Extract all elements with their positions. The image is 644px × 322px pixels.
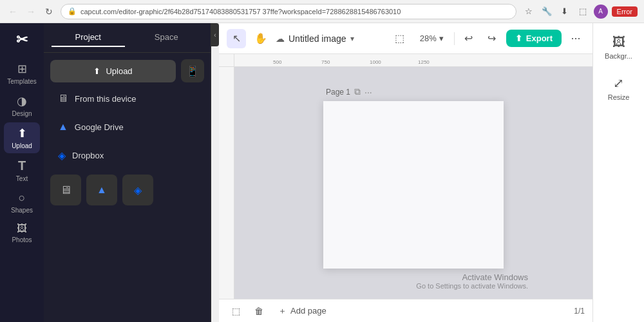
document-title: Untitled image — [289, 33, 346, 44]
page-label: Page 1 — [326, 88, 350, 97]
frame-tool-button[interactable]: ⬚ — [390, 29, 410, 48]
sidebar-label-templates: Templates — [7, 78, 37, 85]
right-panel-background[interactable]: 🖼 Backgr... — [597, 30, 641, 65]
resize-label: Resize — [608, 93, 630, 101]
upload-main-button[interactable]: ⬆ Upload — [50, 60, 176, 82]
sidebar-item-text[interactable]: T Text — [4, 155, 40, 186]
download-button[interactable]: ⬇ — [558, 5, 572, 19]
footer-delete-button[interactable]: 🗑 — [250, 302, 268, 320]
tab-project[interactable]: Project — [52, 28, 125, 47]
background-icon: 🖼 — [612, 35, 625, 50]
page-menu-icon[interactable]: ··· — [365, 87, 372, 97]
zoom-button[interactable]: 28% ▾ — [415, 31, 449, 46]
source-item-gdrive[interactable]: ▲ Google Drive — [50, 115, 204, 139]
zoom-level-text: 28% — [420, 33, 437, 43]
collapse-chevron-icon: ‹ — [214, 32, 216, 39]
redo-icon: ↪ — [488, 32, 496, 44]
panel-header: Project Space — [44, 23, 211, 53]
reload-button[interactable]: ↻ — [43, 5, 55, 18]
sidebar-label-design: Design — [12, 110, 32, 117]
cursor-icon: ↖ — [232, 32, 241, 44]
add-page-label: Add page — [290, 306, 327, 316]
ruler-mark-1250: 1250 — [418, 59, 430, 65]
shortcut-dropbox-icon: ◈ — [134, 184, 142, 196]
zoom-chevron-icon: ▾ — [439, 33, 444, 43]
gdrive-icon: ▲ — [58, 121, 68, 133]
tab-button[interactable]: ⬚ — [576, 5, 590, 19]
cursor-tool-button[interactable]: ↖ — [227, 29, 246, 48]
sidebar-item-upload[interactable]: ⬆ Upload — [4, 122, 40, 153]
forward-button[interactable]: → — [24, 5, 37, 18]
ruler-mark-750: 750 — [321, 59, 330, 65]
more-options-button[interactable]: ··· — [567, 30, 585, 48]
browser-actions: ☆ 🔧 ⬇ ⬚ A Error — [522, 5, 638, 19]
shortcut-gdrive-button[interactable]: ▲ — [86, 175, 117, 205]
upload-shortcut-row: 🖥 ▲ ◈ — [50, 175, 204, 205]
export-button[interactable]: ⬆ Export — [506, 30, 562, 47]
page-canvas[interactable] — [323, 101, 504, 269]
bookmark-button[interactable]: ☆ — [522, 5, 536, 19]
upload-btn-icon: ⬆ — [93, 66, 100, 76]
text-icon: T — [18, 158, 26, 173]
tab-space[interactable]: Space — [130, 28, 204, 47]
shortcut-device-button[interactable]: 🖥 — [50, 175, 81, 205]
collapse-handle[interactable]: ‹ — [211, 23, 219, 46]
ruler-top: 500 750 1000 1250 — [234, 54, 592, 67]
extension-button[interactable]: 🔧 — [540, 5, 554, 19]
logo-icon: ✂ — [16, 32, 28, 48]
title-chevron-icon[interactable]: ▾ — [350, 34, 354, 43]
device-icon: 🖥 — [58, 93, 68, 104]
footer-frame-button[interactable]: ⬚ — [227, 302, 245, 320]
page-copy-icon[interactable]: ⧉ — [354, 86, 361, 97]
right-panel-resize[interactable]: ⤢ Resize — [597, 70, 641, 106]
shortcut-dropbox-button[interactable]: ◈ — [122, 175, 153, 205]
mobile-icon: 📱 — [186, 65, 199, 77]
panel-body: ⬆ Upload 📱 🖥 From this device ▲ Google D… — [44, 53, 211, 322]
frame-icon: ⬚ — [395, 32, 404, 44]
ruler-mark-500: 500 — [273, 59, 281, 65]
sidebar-label-shapes: Shapes — [11, 207, 33, 214]
source-item-device[interactable]: 🖥 From this device — [50, 86, 204, 111]
upload-btn-row: ⬆ Upload 📱 — [50, 59, 204, 82]
sidebar-item-shapes[interactable]: ○ Shapes — [4, 187, 40, 218]
ruler-mark-1000: 1000 — [370, 59, 381, 65]
shortcut-gdrive-icon: ▲ — [97, 184, 107, 196]
undo-icon: ↩ — [464, 32, 473, 44]
undo-button[interactable]: ↩ — [460, 30, 478, 48]
shapes-icon: ○ — [19, 191, 26, 205]
main-toolbar: ↖ ✋ ☁ Untitled image ▾ ⬚ 28% ▾ ↩ — [219, 23, 592, 54]
ruler-left — [219, 67, 234, 322]
source-label-dropbox: Dropbox — [72, 151, 104, 160]
error-button[interactable]: Error — [612, 6, 638, 17]
canvas-footer: ⬚ 🗑 ＋ Add page 1/1 — [219, 299, 592, 322]
dropbox-icon: ◈ — [58, 149, 66, 162]
source-label-device: From this device — [75, 94, 136, 104]
url-lock-icon: 🔒 — [68, 7, 77, 15]
more-icon: ··· — [571, 32, 580, 45]
footer-frame-icon: ⬚ — [232, 306, 240, 316]
sidebar-label-upload: Upload — [12, 142, 32, 149]
add-page-button[interactable]: ＋ Add page — [273, 303, 332, 319]
sidebar-label-text: Text — [16, 175, 28, 182]
export-icon: ⬆ — [515, 33, 522, 43]
export-label: Export — [526, 33, 553, 43]
upload-panel: Project Space ⬆ Upload 📱 🖥 From this dev… — [44, 23, 211, 322]
toolbar-divider — [454, 32, 455, 45]
sidebar-item-photos[interactable]: 🖼 Photos — [4, 219, 40, 247]
footer-trash-icon: 🗑 — [254, 306, 263, 316]
redo-button[interactable]: ↪ — [483, 30, 501, 48]
activate-windows-subtitle: Go to Settings to activate Windows. — [416, 282, 528, 290]
source-item-dropbox[interactable]: ◈ Dropbox — [50, 143, 204, 168]
canvas-background[interactable]: Page 1 ⧉ ··· Activate Windows Go to Sett… — [234, 67, 592, 322]
back-button[interactable]: ← — [6, 5, 19, 18]
sidebar-item-templates[interactable]: ⊞ Templates — [4, 58, 40, 89]
avatar: A — [594, 5, 608, 19]
upload-mobile-button[interactable]: 📱 — [181, 59, 204, 82]
activate-windows-watermark: Activate Windows Go to Settings to activ… — [416, 272, 528, 290]
upload-btn-label: Upload — [106, 66, 132, 76]
hand-tool-button[interactable]: ✋ — [251, 29, 270, 48]
url-bar[interactable]: 🔒 capcut.com/editor-graphic/2f64b28d7517… — [61, 4, 516, 19]
browser-chrome: ← → ↻ 🔒 capcut.com/editor-graphic/2f64b2… — [0, 0, 644, 23]
sidebar-item-design[interactable]: ◑ Design — [4, 90, 40, 121]
cloud-icon: ☁ — [276, 33, 285, 44]
